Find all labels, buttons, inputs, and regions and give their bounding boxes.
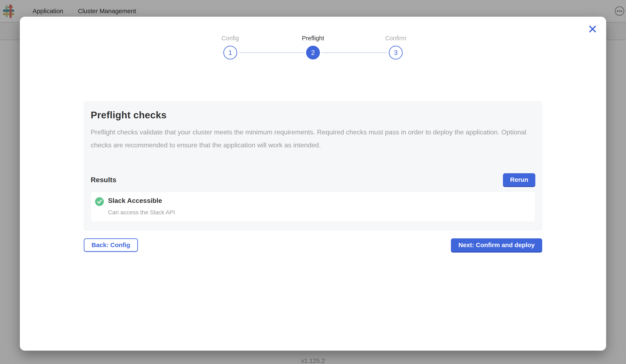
- step-circle: 3: [389, 46, 403, 60]
- step-preflight: Preflight 2: [306, 35, 320, 60]
- panel-title: Preflight checks: [91, 109, 535, 121]
- close-button[interactable]: [588, 24, 597, 34]
- step-config: Config 1: [223, 35, 237, 60]
- close-icon: [588, 24, 597, 33]
- step-circle: 1: [223, 46, 237, 60]
- check-pass-icon: [95, 197, 104, 206]
- step-label: Config: [222, 35, 239, 42]
- step-connector: [321, 52, 387, 53]
- step-label: Preflight: [302, 35, 324, 42]
- preflight-result-item: Slack Accessible Can access the Slack AP…: [91, 192, 535, 222]
- result-text-block: Slack Accessible Can access the Slack AP…: [108, 197, 175, 216]
- step-label: Confirm: [385, 35, 406, 42]
- next-confirm-deploy-button[interactable]: Next: Confirm and deploy: [451, 238, 542, 252]
- modal-content-column: Preflight checks Preflight checks valida…: [84, 101, 542, 252]
- results-heading: Results: [91, 176, 117, 184]
- wizard-stepper: Config 1 Preflight 2 Confirm 3: [20, 35, 606, 60]
- check-name: Slack Accessible: [108, 197, 175, 204]
- panel-description: Preflight checks validate that your clus…: [91, 126, 535, 152]
- preflight-modal: Config 1 Preflight 2 Confirm 3 Preflight…: [20, 17, 606, 351]
- step-circle: 2: [306, 46, 320, 60]
- rerun-button[interactable]: Rerun: [503, 173, 535, 186]
- back-config-button[interactable]: Back: Config: [84, 238, 138, 252]
- wizard-actions-row: Back: Config Next: Confirm and deploy: [84, 238, 542, 252]
- check-message: Can access the Slack API: [108, 209, 175, 216]
- step-connector: [239, 52, 305, 53]
- step-confirm: Confirm 3: [389, 35, 403, 60]
- screen: Application Cluster Management v1.125.2: [0, 0, 626, 364]
- results-header-row: Results Rerun: [91, 173, 535, 186]
- preflight-panel: Preflight checks Preflight checks valida…: [84, 101, 542, 231]
